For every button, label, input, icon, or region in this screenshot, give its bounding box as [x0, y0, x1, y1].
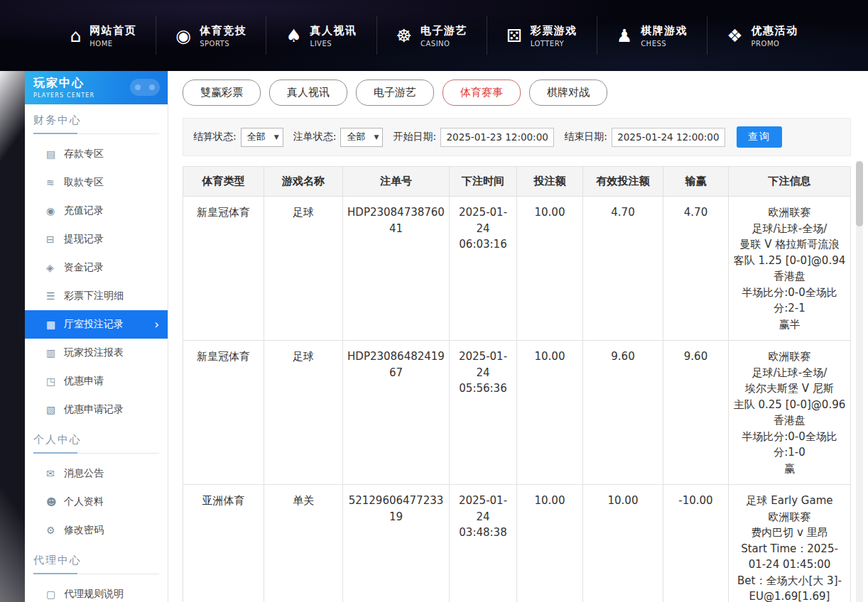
nav-label-en: PROMO	[752, 40, 798, 48]
document-icon: ▢	[46, 589, 64, 600]
sidebar-item-label: 资金记录	[64, 261, 104, 274]
tab-board-games[interactable]: 棋牌对战	[529, 80, 607, 106]
sidebar-item-deposit[interactable]: ▤存款专区	[25, 140, 168, 168]
nav-promo[interactable]: ❖ 优惠活动PROMO	[707, 16, 817, 55]
roulette-icon: ☸	[396, 27, 412, 45]
tab-live-video[interactable]: 真人视讯	[269, 80, 347, 106]
sidebar-item-profile[interactable]: ☻个人资料	[25, 488, 168, 516]
bet-records-table: 体育类型 游戏名称 注单号 下注时间 投注额 有效投注额 输赢 下注信息 新皇冠	[183, 166, 851, 602]
header-sport-type: 体育类型	[183, 167, 264, 197]
section-title-agent: 代理中心	[33, 554, 159, 574]
cell-game: 足球	[264, 341, 343, 485]
cell-valid-amount: 4.70	[583, 197, 663, 341]
search-button[interactable]: 查询	[737, 126, 782, 148]
settle-status-select[interactable]: 全部▼	[241, 128, 283, 147]
cell-sport: 亚洲体育	[183, 485, 264, 602]
chess-piece-icon: ♟	[617, 27, 632, 45]
sidebar-item-cashout-records[interactable]: ⊟提现记录	[25, 225, 168, 253]
nav-chess[interactable]: ♟ 棋牌游戏CHESS	[597, 16, 707, 55]
nav-label-en: LOTTERY	[531, 40, 577, 48]
top-navigation: ⌂ 网站首页HOME ◉ 体育竞技SPORTS ♠ 真人视讯LIVES ☸ 电子…	[0, 0, 868, 71]
section-title-finance: 财务中心	[33, 114, 159, 134]
promo-apply-icon: ◳	[46, 376, 64, 387]
sidebar-item-recharge-records[interactable]: ◉充值记录	[25, 197, 168, 225]
table-row: 亚洲体育 单关 5212960647723319 2025-01-24 03:4…	[183, 485, 851, 602]
nav-label-en: SPORTS	[200, 40, 246, 48]
table-row: 新皇冠体育 足球 HDP2308648241967 2025-01-24 05:…	[183, 341, 851, 485]
sidebar-item-messages[interactable]: ✉消息公告	[25, 459, 168, 488]
cell-bet-time: 2025-01-24 06:03:16	[450, 197, 517, 341]
header-bet-number: 注单号	[343, 167, 450, 197]
filter-bar: 结算状态: 全部▼ 注单状态: 全部▼ 开始日期: 结束日期: 查询	[183, 118, 851, 156]
sidebar-header: 玩家中心 PLAYERS CENTER	[25, 71, 168, 104]
cards-icon: ♠	[286, 27, 301, 45]
deposit-icon: ▤	[46, 148, 64, 160]
sidebar-item-label: 厅室投注记录	[64, 318, 124, 331]
chevron-down-icon: ▼	[374, 133, 379, 141]
nav-label-zh: 体育竞技	[200, 24, 246, 38]
sidebar-item-agent-rules[interactable]: ▢代理规则说明	[25, 580, 168, 602]
nav-lives[interactable]: ♠ 真人视讯LIVES	[266, 16, 376, 55]
nav-label-en: HOME	[89, 40, 136, 48]
category-tabs: 雙赢彩票 真人视讯 电子游艺 体育赛事 棋牌对战	[183, 80, 851, 106]
cell-win-loss: 4.70	[663, 197, 729, 341]
sidebar-item-lottery-bet-details[interactable]: ☰彩票下注明细	[25, 282, 168, 310]
nav-home[interactable]: ⌂ 网站首页HOME	[50, 16, 156, 55]
cell-bet-number: HDP2308473876041	[343, 197, 450, 341]
background-art	[0, 71, 25, 602]
page: ⌂ 网站首页HOME ◉ 体育竞技SPORTS ♠ 真人视讯LIVES ☸ 电子…	[0, 0, 868, 602]
lottery-balls-icon: ⚄	[506, 27, 522, 45]
bet-status-select[interactable]: 全部▼	[340, 128, 383, 147]
sidebar-item-label: 修改密码	[64, 524, 104, 537]
sidebar-item-promo-apply[interactable]: ◳优惠申请	[25, 367, 168, 395]
end-date-input[interactable]	[612, 128, 725, 147]
cell-bet-number: 5212960647723319	[343, 485, 450, 602]
tab-egames[interactable]: 电子游艺	[356, 80, 434, 106]
sidebar-item-label: 彩票下注明细	[64, 290, 124, 302]
nav-label-zh: 优惠活动	[752, 24, 798, 38]
nav-sports[interactable]: ◉ 体育竞技SPORTS	[156, 16, 266, 55]
sidebar-item-label: 个人资料	[64, 496, 104, 508]
vertical-scrollbar[interactable]	[856, 161, 863, 602]
cell-amount: 10.00	[517, 341, 583, 485]
sidebar-item-label: 优惠申请记录	[64, 403, 124, 416]
bet-records-table-wrap: 体育类型 游戏名称 注单号 下注时间 投注额 有效投注额 输赢 下注信息 新皇冠	[183, 166, 851, 602]
sidebar-item-funds-records[interactable]: ◈资金记录	[25, 253, 168, 282]
cell-sport: 新皇冠体育	[183, 197, 264, 341]
cashout-icon: ⊟	[46, 234, 64, 245]
chevron-right-icon: ›	[154, 317, 159, 332]
start-date-input[interactable]	[440, 128, 554, 147]
cell-game: 单关	[264, 485, 343, 602]
header-valid-amount: 有效投注额	[583, 167, 663, 197]
nav-casino[interactable]: ☸ 电子游艺CASINO	[376, 16, 487, 55]
finance-nav: ▤存款专区 ≋取款专区 ◉充值记录 ⊟提现记录 ◈资金记录 ☰彩票下注明细 ▦厅…	[25, 140, 168, 424]
nav-label-en: CHESS	[641, 40, 688, 48]
cell-game: 足球	[264, 197, 343, 341]
user-icon: ☻	[46, 496, 64, 508]
header-win-loss: 输赢	[663, 167, 729, 197]
sidebar-item-hall-bet-records[interactable]: ▦厅室投注记录›	[25, 310, 168, 339]
sidebar-item-change-password[interactable]: ⚙修改密码	[25, 516, 168, 544]
sidebar-item-label: 消息公告	[64, 467, 104, 480]
nav-lottery[interactable]: ⚄ 彩票游戏LOTTERY	[487, 16, 597, 55]
nav-label-en: CASINO	[421, 40, 467, 48]
scrollbar-thumb[interactable]	[856, 161, 863, 226]
settle-status-value: 全部	[247, 131, 266, 143]
personal-nav: ✉消息公告 ☻个人资料 ⚙修改密码	[25, 459, 168, 544]
sidebar-item-promo-apply-records[interactable]: ▧优惠申请记录	[25, 395, 168, 424]
sidebar-item-label: 提现记录	[64, 233, 104, 246]
sidebar-item-withdraw-area[interactable]: ≋取款专区	[25, 168, 168, 197]
cell-bet-info: 欧洲联赛 足球/让球-全场/ 曼联 V 格拉斯哥流浪 客队 1.25 [0-0]…	[729, 197, 851, 341]
bet-status-value: 全部	[347, 131, 365, 143]
tab-double-win-lottery[interactable]: 雙赢彩票	[183, 80, 261, 106]
sidebar-item-player-bet-report[interactable]: ▥玩家投注报表	[25, 339, 168, 367]
report-icon: ▥	[46, 347, 64, 359]
sidebar-item-label: 取款专区	[64, 176, 104, 189]
sidebar: 玩家中心 PLAYERS CENTER 财务中心 ▤存款专区 ≋取款专区 ◉充值…	[25, 71, 168, 602]
nav-label-zh: 网站首页	[89, 24, 136, 38]
header-bet-info: 下注信息	[729, 167, 851, 197]
home-icon: ⌂	[70, 27, 81, 45]
agent-nav: ▢代理规则说明	[25, 580, 168, 602]
tab-sports[interactable]: 体育赛事	[443, 80, 521, 106]
sidebar-item-label: 充值记录	[64, 204, 104, 217]
